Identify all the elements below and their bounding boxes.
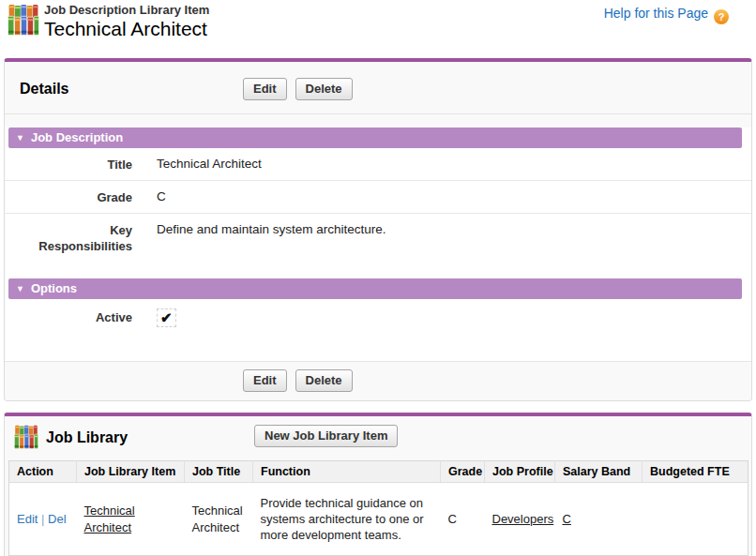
details-bottom-buttons: Edit Delete xyxy=(243,369,353,392)
field-value-active: ✔ xyxy=(157,308,176,327)
help-question-mark-icon[interactable]: ? xyxy=(714,9,729,24)
table-header-row: Action Job Library Item Job Title Functi… xyxy=(9,461,748,483)
cell-budgeted-fte xyxy=(643,483,748,556)
field-row-grade: Grade C xyxy=(5,181,751,214)
col-header-grade: Grade xyxy=(441,461,485,483)
cell-job-profile: Developers xyxy=(485,483,555,556)
details-top-buttons: Edit Delete xyxy=(243,78,353,100)
table-row: Edit | Del Technical Architect Technical… xyxy=(9,483,748,556)
cell-salary-band: C xyxy=(555,483,643,556)
salary-band-link[interactable]: C xyxy=(563,512,571,526)
field-row-title: Title Technical Architect xyxy=(5,148,751,181)
job-library-table: Action Job Library Item Job Title Functi… xyxy=(8,460,748,556)
col-header-job-library-item: Job Library Item xyxy=(77,461,185,483)
field-label-title: Title xyxy=(27,156,132,173)
cell-job-library-item: Technical Architect xyxy=(77,483,185,556)
field-value-title: Technical Architect xyxy=(157,156,262,173)
help-for-this-page-link[interactable]: Help for this Page xyxy=(604,6,708,21)
help-area: Help for this Page? xyxy=(604,5,729,22)
cell-action: Edit | Del xyxy=(9,483,77,556)
cell-grade: C xyxy=(441,483,485,556)
books-library-icon xyxy=(14,425,38,449)
delete-button[interactable]: Delete xyxy=(295,78,353,100)
section-header-options[interactable]: ▼Options xyxy=(8,278,742,299)
row-edit-link[interactable]: Edit xyxy=(17,512,38,526)
field-row-key-responsibilities: Key Responsibilities Define and maintain… xyxy=(5,214,751,262)
cell-job-title: Technical Architect xyxy=(185,483,253,556)
page-header: Job Description Library Item Technical A… xyxy=(0,0,756,58)
new-job-library-item-button[interactable]: New Job Library Item xyxy=(254,425,398,447)
field-label-grade: Grade xyxy=(27,188,132,205)
job-library-heading: Job Library xyxy=(46,429,128,446)
job-profile-link[interactable]: Developers xyxy=(492,512,554,526)
field-label-key-responsibilities: Key Responsibilities xyxy=(27,221,132,254)
col-header-job-profile: Job Profile xyxy=(485,461,555,483)
collapse-arrow-icon: ▼ xyxy=(16,284,24,293)
edit-button[interactable]: Edit xyxy=(243,78,287,100)
page-title: Technical Architect xyxy=(44,18,209,40)
field-row-active: Active ✔ xyxy=(5,299,751,335)
col-header-salary-band: Salary Band xyxy=(555,461,643,483)
action-separator: | xyxy=(41,512,44,526)
breadcrumb: Job Description Library Item xyxy=(44,3,209,17)
header-text-block: Job Description Library Item Technical A… xyxy=(44,3,209,40)
checkbox-checked-icon: ✔ xyxy=(157,308,176,327)
details-panel: Details Edit Delete ▼Job Description Tit… xyxy=(4,58,752,401)
section-label: Job Description xyxy=(31,130,123,144)
col-header-job-title: Job Title xyxy=(185,461,253,483)
cell-function: Provide technical guidance on systems ar… xyxy=(253,483,441,556)
details-body: ▼Job Description Title Technical Archite… xyxy=(5,128,751,361)
col-header-budgeted-fte: Budgeted FTE xyxy=(643,461,748,483)
details-heading: Details xyxy=(20,81,68,98)
section-label: Options xyxy=(31,281,77,295)
field-label-active: Active xyxy=(27,308,132,327)
edit-button[interactable]: Edit xyxy=(243,369,287,392)
collapse-arrow-icon: ▼ xyxy=(16,133,24,143)
field-value-key-responsibilities: Define and maintain system architecture. xyxy=(157,221,386,254)
col-header-action: Action xyxy=(9,461,77,483)
row-del-link[interactable]: Del xyxy=(48,512,67,526)
job-library-panel: Job Library New Job Library Item Action … xyxy=(4,413,752,556)
job-library-header-band: Job Library New Job Library Item xyxy=(5,416,751,460)
details-header-band: Details Edit Delete xyxy=(5,62,751,114)
col-header-function: Function xyxy=(253,461,441,483)
job-library-item-link[interactable]: Technical Architect xyxy=(84,503,135,534)
delete-button[interactable]: Delete xyxy=(295,369,353,392)
section-header-job-description[interactable]: ▼Job Description xyxy=(8,128,742,148)
field-value-grade: C xyxy=(157,188,166,205)
books-library-icon xyxy=(8,4,39,36)
details-footer-band: Edit Delete xyxy=(5,361,751,400)
